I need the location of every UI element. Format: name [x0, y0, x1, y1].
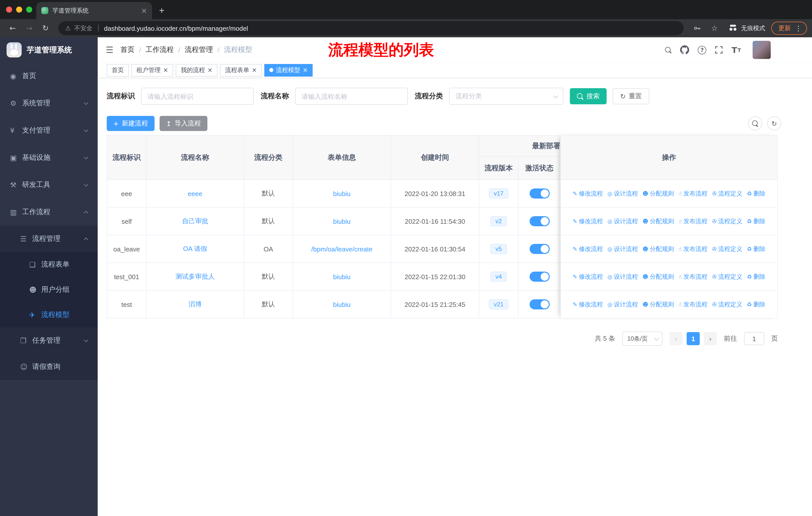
create-model-button[interactable]: +新建流程: [107, 116, 154, 131]
action-design-model[interactable]: ◎设计流程: [607, 300, 638, 309]
action-delete-model[interactable]: ♻删除: [747, 217, 765, 225]
collapse-sidebar-button[interactable]: ☰: [98, 45, 121, 55]
sidebar-item-leave-query[interactable]: ☺请假查询: [0, 354, 98, 380]
action-assign-rule[interactable]: ☻分配规则: [643, 272, 674, 281]
reset-button[interactable]: ↻重置: [613, 88, 649, 104]
action-assign-rule[interactable]: ☻分配规则: [643, 217, 674, 225]
model-name-link[interactable]: OA 请假: [183, 245, 207, 252]
address-bar[interactable]: ⚠ 不安全 dashboard.yudao.iocoder.cn/bpm/man…: [58, 21, 684, 35]
sidebar-item-task-mgmt[interactable]: ❒任务管理: [0, 328, 98, 354]
action-assign-rule[interactable]: ☻分配规则: [643, 189, 674, 198]
action-design-model[interactable]: ◎设计流程: [607, 217, 638, 225]
browser-tab[interactable]: 芋道管理系统 ×: [36, 2, 152, 19]
breadcrumb-item[interactable]: 首页: [121, 45, 135, 54]
activation-toggle[interactable]: [529, 272, 549, 282]
action-publish-model[interactable]: ☝发布流程: [678, 245, 707, 253]
page-1-button[interactable]: 1: [687, 332, 700, 345]
category-select[interactable]: 流程分类: [449, 88, 563, 105]
security-label[interactable]: 不安全: [74, 24, 92, 32]
reload-button[interactable]: ↻: [38, 24, 53, 33]
search-icon[interactable]: [665, 47, 672, 53]
goto-page-input[interactable]: [744, 332, 764, 345]
action-delete-model[interactable]: ♻删除: [747, 245, 765, 253]
action-model-definition[interactable]: ✇流程定义: [712, 245, 742, 253]
tags-view-item-1[interactable]: 租户管理×: [132, 64, 173, 76]
form-info-link[interactable]: /bpm/oa/leave/create: [311, 245, 373, 253]
tab-close-icon[interactable]: ×: [141, 6, 147, 15]
model-name-link[interactable]: eeee: [188, 190, 202, 197]
import-model-button[interactable]: ↥导入流程: [160, 116, 207, 131]
action-edit-model[interactable]: ✎修改流程: [573, 300, 603, 309]
action-delete-model[interactable]: ♻删除: [747, 300, 765, 309]
action-model-definition[interactable]: ✇流程定义: [712, 300, 742, 309]
sidebar-item-system-mgmt[interactable]: ⚙系统管理: [0, 90, 98, 117]
action-publish-model[interactable]: ☝发布流程: [678, 189, 707, 198]
action-assign-rule[interactable]: ☻分配规则: [643, 245, 674, 253]
bookmark-star-icon[interactable]: ☆: [706, 24, 722, 33]
help-icon[interactable]: ?: [698, 46, 706, 54]
refresh-table-button[interactable]: ↻: [767, 116, 781, 131]
breadcrumb-item[interactable]: 工作流程: [145, 45, 174, 54]
action-assign-rule[interactable]: ☻分配规则: [643, 300, 674, 309]
font-size-icon[interactable]: TT: [732, 45, 741, 55]
activation-toggle[interactable]: [529, 244, 549, 254]
action-delete-model[interactable]: ♻删除: [747, 189, 765, 198]
action-design-model[interactable]: ◎设计流程: [607, 245, 638, 253]
model-name-link[interactable]: 自己审批: [182, 217, 208, 225]
search-button[interactable]: 搜索: [570, 88, 607, 104]
minimize-window-button[interactable]: [16, 6, 22, 12]
tags-view-item-3[interactable]: 流程表单×: [220, 64, 262, 76]
tag-close-icon[interactable]: ×: [252, 67, 257, 73]
action-edit-model[interactable]: ✎修改流程: [573, 272, 603, 281]
close-window-button[interactable]: [6, 6, 12, 12]
action-edit-model[interactable]: ✎修改流程: [573, 189, 603, 198]
action-publish-model[interactable]: ☝发布流程: [678, 217, 707, 225]
action-design-model[interactable]: ◎设计流程: [607, 189, 638, 198]
tag-close-icon[interactable]: ×: [302, 67, 308, 73]
form-info-link[interactable]: biubiu: [333, 190, 350, 197]
zoom-window-button[interactable]: [26, 6, 32, 12]
action-delete-model[interactable]: ♻删除: [747, 272, 765, 281]
action-model-definition[interactable]: ✇流程定义: [712, 189, 742, 198]
browser-menu-kebab-icon[interactable]: ⋮: [795, 24, 802, 32]
prev-page-button[interactable]: ‹: [670, 332, 683, 345]
form-info-link[interactable]: biubiu: [333, 273, 350, 280]
key-icon[interactable]: [689, 24, 705, 32]
sidebar-item-infrastructure[interactable]: ▣基础设施: [0, 144, 98, 171]
toggle-search-button[interactable]: [748, 116, 762, 131]
form-info-link[interactable]: biubiu: [333, 217, 350, 225]
sidebar-item-payment-mgmt[interactable]: ¥支付管理: [0, 117, 98, 144]
sidebar-item-workflow[interactable]: ▥工作流程: [0, 198, 98, 226]
model-key-input[interactable]: [141, 88, 254, 105]
tags-view-item-0[interactable]: 首页: [107, 64, 129, 76]
action-model-definition[interactable]: ✇流程定义: [712, 272, 742, 281]
tags-view-item-2[interactable]: 我的流程×: [176, 64, 218, 76]
model-name-input[interactable]: [295, 88, 408, 105]
new-tab-button[interactable]: +: [159, 6, 164, 15]
fullscreen-icon[interactable]: [715, 46, 723, 54]
sidebar-item-process-form[interactable]: ❏流程表单: [0, 252, 98, 277]
activation-toggle[interactable]: [529, 216, 549, 226]
tag-close-icon[interactable]: ×: [163, 67, 168, 73]
activation-toggle[interactable]: [529, 188, 549, 198]
action-publish-model[interactable]: ☝发布流程: [678, 272, 707, 281]
user-avatar[interactable]: [753, 41, 771, 59]
back-button[interactable]: ←: [5, 24, 20, 33]
sidebar-item-process-model[interactable]: ✈流程模型: [0, 302, 98, 328]
tags-view-item-4[interactable]: 流程模型×: [264, 64, 313, 76]
forward-button[interactable]: →: [21, 24, 37, 33]
action-publish-model[interactable]: ☝发布流程: [678, 300, 707, 309]
sidebar-item-process-mgmt[interactable]: ☰流程管理: [0, 226, 98, 252]
activation-toggle[interactable]: [529, 299, 549, 309]
tag-close-icon[interactable]: ×: [207, 67, 212, 73]
sidebar-item-dev-tools[interactable]: ⚒研发工具: [0, 171, 98, 198]
model-name-link[interactable]: 测试多审批人: [175, 273, 215, 280]
github-icon[interactable]: [680, 45, 689, 54]
next-page-button[interactable]: ›: [704, 332, 717, 345]
model-name-link[interactable]: 滔博: [188, 300, 202, 308]
form-info-link[interactable]: biubiu: [333, 301, 350, 308]
sidebar-item-user-group[interactable]: ☻用户分组: [0, 277, 98, 302]
sidebar-item-home[interactable]: ◉首页: [0, 62, 98, 90]
action-design-model[interactable]: ◎设计流程: [607, 272, 638, 281]
action-model-definition[interactable]: ✇流程定义: [712, 217, 742, 225]
